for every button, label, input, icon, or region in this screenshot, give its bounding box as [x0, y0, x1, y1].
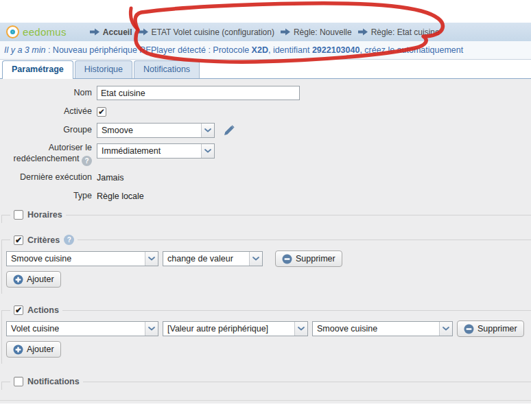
breadcrumb-label: Règle: Etat cuisine: [371, 27, 440, 37]
top-bar: eedomus Accueil ETAT Volet cuisine (conf…: [0, 23, 531, 41]
critere-row: Smoove cuisine change de valeur Supprime…: [6, 250, 526, 267]
chevron-down-icon: [145, 252, 158, 266]
minus-circle-icon: [464, 324, 474, 334]
type-value: Règle locale: [97, 191, 144, 201]
chevron-down-icon: [201, 144, 214, 158]
groupe-select-value: Smoove: [97, 126, 137, 135]
actions-title: Actions: [27, 305, 59, 315]
tab-parametrage[interactable]: Paramétrage: [2, 60, 73, 79]
breadcrumb-label: Accueil: [103, 27, 132, 37]
row-derniere-execution: Dernière exécution Jamais: [0, 170, 531, 185]
breadcrumb-item-etat-volet[interactable]: ETAT Volet cuisine (configuration): [139, 27, 274, 37]
derniere-execution-value: Jamais: [97, 173, 124, 183]
redeclenchement-label: Autoriser le redéclenchement ?: [0, 142, 97, 166]
chevron-down-icon: [294, 322, 307, 336]
critere-remove-label: Supprimer: [296, 254, 335, 264]
breadcrumb-item-regle-etat-cuisine[interactable]: Règle: Etat cuisine: [358, 27, 440, 37]
notification-mid2: ,: [359, 45, 364, 55]
breadcrumb-arrow-icon: [139, 28, 148, 36]
notification-time: Il y a 3 min: [4, 45, 45, 55]
action-add-button[interactable]: Ajouter: [6, 341, 61, 358]
redeclenchement-label-line2: redéclenchement: [14, 154, 80, 163]
notification-sep: :: [45, 45, 52, 55]
critere-condition-select[interactable]: change de valeur: [163, 251, 263, 266]
groupe-select[interactable]: Smoove: [97, 123, 215, 138]
chevron-down-icon: [439, 322, 452, 336]
criteres-checkbox[interactable]: ✔: [14, 235, 23, 245]
redeclenchement-label-line1: Autoriser le: [49, 143, 92, 152]
tab-historique[interactable]: Historique: [75, 60, 132, 78]
action-source-value: Smoove cuisine: [313, 324, 381, 334]
section-actions: ✔ Actions Volet cuisine [Valeur autre pé…: [1, 305, 531, 364]
action-device-select[interactable]: Volet cuisine: [6, 321, 158, 336]
edit-pencil-icon[interactable]: [223, 125, 235, 137]
help-icon[interactable]: ?: [82, 156, 92, 166]
groupe-label: Groupe: [0, 125, 97, 136]
notification-bar: Il y a 3 min : Nouveau périphérique RFPl…: [0, 41, 531, 60]
notifications-title: Notifications: [27, 377, 80, 386]
action-row: Volet cuisine [Valeur autre périphérique…: [6, 320, 526, 337]
notification-identifier: 2922103040: [312, 45, 360, 55]
plus-circle-icon: [13, 345, 23, 355]
action-value-mode: [Valeur autre périphérique]: [163, 324, 272, 334]
critere-remove-button[interactable]: Supprimer: [275, 250, 342, 267]
section-criteres: ✔ Critères ? Smoove cuisine change de va…: [1, 235, 531, 294]
action-remove-label: Supprimer: [477, 324, 517, 334]
action-device-value: Volet cuisine: [7, 324, 63, 334]
tab-notifications[interactable]: Notifications: [134, 60, 200, 78]
section-horaires: Horaires: [1, 210, 531, 223]
create-device-link[interactable]: créez le automatiquement: [364, 45, 463, 55]
row-nom: Nom: [0, 86, 531, 100]
redeclenchement-select-value: Immédiatement: [97, 146, 165, 156]
notification-protocol: X2D: [252, 45, 268, 55]
minus-circle-icon: [282, 254, 292, 264]
redeclenchement-select[interactable]: Immédiatement: [97, 143, 215, 159]
breadcrumb-arrow-icon: [90, 28, 99, 36]
rule-form: Nom Activée ✔ Groupe Smoove Autoriser le…: [0, 79, 531, 404]
notifications-checkbox[interactable]: [14, 377, 23, 386]
row-type: Type Règle locale: [0, 189, 531, 203]
brand-name: eedomus: [23, 26, 67, 38]
derniere-execution-label: Dernière exécution: [0, 172, 97, 183]
breadcrumb-item-regle-nouvelle[interactable]: Règle: Nouvelle: [281, 27, 352, 37]
breadcrumb-label: ETAT Volet cuisine (configuration): [152, 27, 274, 37]
critere-add-button[interactable]: Ajouter: [6, 271, 61, 288]
page-bottom-margin: [0, 404, 531, 420]
plus-circle-icon: [13, 275, 23, 285]
type-label: Type: [0, 191, 97, 202]
activee-label: Activée: [0, 106, 97, 117]
section-notifications: Notifications: [1, 377, 531, 390]
breadcrumb-arrow-icon: [358, 28, 368, 36]
horaires-checkbox[interactable]: [14, 210, 23, 220]
breadcrumb-arrow-icon: [281, 28, 290, 36]
critere-add-label: Ajouter: [27, 275, 54, 284]
chevron-down-icon: [201, 124, 214, 137]
activee-checkbox[interactable]: ✔: [97, 107, 106, 117]
chevron-down-icon: [145, 322, 158, 336]
nom-input[interactable]: [97, 86, 300, 100]
row-activee: Activée ✔: [0, 104, 531, 119]
actions-checkbox[interactable]: ✔: [14, 305, 23, 315]
action-add-label: Ajouter: [27, 345, 54, 354]
row-redeclenchement: Autoriser le redéclenchement ? Immédiate…: [0, 142, 531, 166]
action-value-select[interactable]: [Valeur autre périphérique]: [163, 321, 308, 336]
tab-bar: Paramétrage Historique Notifications: [0, 60, 531, 79]
critere-device-value: Smoove cuisine: [7, 254, 75, 264]
breadcrumb: Accueil ETAT Volet cuisine (configuratio…: [90, 27, 440, 37]
row-groupe: Groupe Smoove: [0, 123, 531, 138]
criteres-title: Critères: [27, 235, 60, 245]
eedomus-logo-icon: [6, 25, 19, 38]
critere-condition-value: change de valeur: [163, 254, 237, 264]
breadcrumb-label: Règle: Nouvelle: [294, 27, 352, 37]
action-source-select[interactable]: Smoove cuisine: [312, 321, 453, 336]
notification-mid: , identifiant: [268, 45, 312, 55]
nom-label: Nom: [0, 88, 97, 99]
breadcrumb-item-accueil[interactable]: Accueil: [90, 27, 132, 37]
chevron-down-icon: [249, 252, 262, 266]
notification-text: Nouveau périphérique RFPlayer détecté : …: [53, 45, 252, 55]
help-icon[interactable]: ?: [64, 235, 74, 245]
horaires-title: Horaires: [27, 210, 62, 220]
critere-device-select[interactable]: Smoove cuisine: [6, 251, 158, 266]
action-remove-button[interactable]: Supprimer: [457, 320, 524, 337]
